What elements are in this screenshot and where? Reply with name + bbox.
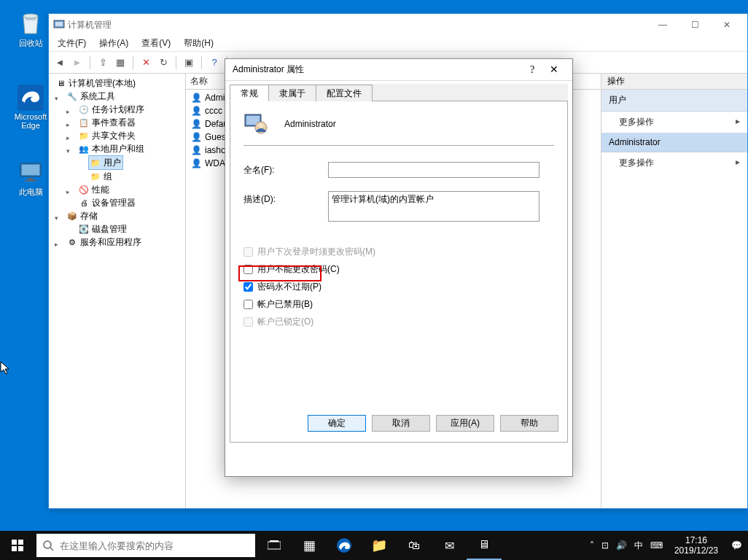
help-button[interactable]: ? <box>521 61 543 79</box>
taskbar-edge[interactable] <box>327 531 362 560</box>
tree-scheduler[interactable]: 🕒任务计划程序 <box>77 103 147 116</box>
svg-rect-3 <box>22 165 39 175</box>
dialog-title: Administrator 属性 <box>233 63 304 76</box>
search-input[interactable] <box>60 540 255 551</box>
checkbox-account-locked: 帐户已锁定(O) <box>244 316 554 328</box>
user-icon: 👤 <box>190 144 202 156</box>
users-icon: 👥 <box>79 144 89 154</box>
tree-localusers[interactable]: 👥本地用户和组 <box>77 142 147 155</box>
user-icon: 👤 <box>190 92 202 104</box>
svg-rect-13 <box>18 540 23 545</box>
checkbox-password-never-expires[interactable]: 密码永不过期(P) <box>244 281 554 293</box>
tree-perf[interactable]: 🚫性能 <box>77 183 112 196</box>
toolbar-delete[interactable]: ✕ <box>138 55 154 71</box>
desktop-recycle-bin[interactable]: 回收站 <box>10 10 51 49</box>
menu-action[interactable]: 操作(A) <box>93 36 134 51</box>
tab-profile[interactable]: 配置文件 <box>316 85 373 101</box>
actions-more[interactable]: 更多操作 ▸ <box>601 112 747 133</box>
tray-volume-icon[interactable]: 🔊 <box>616 540 627 551</box>
menu-view[interactable]: 查看(V) <box>136 36 176 51</box>
dialog-titlebar[interactable]: Administrator 属性 ? ✕ <box>225 59 572 81</box>
toolbar-refresh[interactable]: ↻ <box>155 55 171 71</box>
tree-devmgr[interactable]: 🖨设备管理器 <box>77 196 138 209</box>
svg-rect-1 <box>17 85 44 111</box>
cursor-icon <box>0 361 12 376</box>
taskbar-store[interactable]: 🛍 <box>397 531 432 560</box>
tray-notifications-icon[interactable]: 💬 <box>731 540 742 551</box>
tree-diskmgmt[interactable]: 💽磁盘管理 <box>77 222 129 236</box>
checkbox-cannot-change-password[interactable]: 用户不能更改密码(C) <box>244 263 554 276</box>
tree-sharedfolders[interactable]: 📁共享文件夹 <box>77 129 138 142</box>
checkbox-account-disabled[interactable]: 帐户已禁用(B) <box>244 298 554 311</box>
tree-eventviewer[interactable]: 📋事件查看器 <box>77 116 138 129</box>
expand-icon[interactable]: ▸ <box>66 185 74 192</box>
description-input[interactable]: 管理计算机(域)的内置帐户 <box>328 191 539 222</box>
taskbar-search[interactable] <box>36 534 255 557</box>
expand-icon[interactable]: ▸ <box>66 131 74 139</box>
toolbar-properties[interactable]: ▦ <box>112 55 128 71</box>
expand-icon[interactable]: ▾ <box>55 92 62 99</box>
maximize-button[interactable]: ☐ <box>679 14 711 36</box>
actions-more2[interactable]: 更多操作 ▸ <box>601 152 747 174</box>
tray-clock[interactable]: 17:16 2019/12/23 <box>674 535 718 556</box>
desktop-edge[interactable]: Microsoft Edge <box>10 85 51 130</box>
taskbar: ▦ 📁 🛍 ✉ 🖥 ˄ ⊡ 🔊 中 ⌨ 17:16 2019/12/23 💬 <box>0 531 748 560</box>
expand-icon[interactable]: ▸ <box>66 118 74 125</box>
tab-memberof[interactable]: 隶属于 <box>268 85 316 101</box>
tray-keyboard-icon[interactable]: ⌨ <box>650 540 663 551</box>
tree-users[interactable]: 📁用户 <box>88 155 123 170</box>
tree-root[interactable]: 🖥计算机管理(本地) <box>53 77 138 90</box>
toolbar-up[interactable]: ⇧ <box>95 55 111 71</box>
mmc-titlebar[interactable]: 计算机管理 — ☐ ✕ <box>49 14 747 36</box>
tree-pane[interactable]: 🖥计算机管理(本地) ▾ 🔧系统工具 ▸🕒任务计划程序 ▸📋事件查看器 ▸📁共享… <box>49 74 186 508</box>
tree-services[interactable]: ⚙服务和应用程序 <box>65 236 144 249</box>
close-button[interactable]: ✕ <box>711 14 743 36</box>
taskbar-explorer[interactable]: 📁 <box>362 531 397 560</box>
help-button[interactable]: 帮助 <box>500 415 558 432</box>
apply-button[interactable]: 应用(A) <box>436 415 494 432</box>
tray-network-icon[interactable]: ⊡ <box>601 540 609 551</box>
divider <box>244 145 554 146</box>
system-tray[interactable]: ˄ ⊡ 🔊 中 ⌨ 17:16 2019/12/23 💬 <box>584 535 748 556</box>
taskview-button[interactable] <box>257 531 292 560</box>
svg-rect-5 <box>25 180 36 182</box>
menu-file[interactable]: 文件(F) <box>52 36 92 51</box>
clock-icon: 🕒 <box>79 104 89 114</box>
tree-systools[interactable]: 🔧系统工具 <box>65 90 117 103</box>
tools-icon: 🔧 <box>67 91 77 101</box>
actions-section-admin: Administrator <box>601 133 747 152</box>
mmc-icon: 🖥 <box>478 538 490 551</box>
tree-groups[interactable]: 📁组 <box>88 170 114 183</box>
desktop-this-pc[interactable]: 此电脑 <box>10 159 51 198</box>
expand-icon[interactable]: ▸ <box>66 105 74 112</box>
taskbar-app[interactable]: ▦ <box>292 531 327 560</box>
expand-icon[interactable]: ▾ <box>66 144 74 152</box>
toolbar-export[interactable]: ▣ <box>181 55 197 71</box>
close-button[interactable]: ✕ <box>543 61 565 79</box>
start-button[interactable] <box>0 531 35 560</box>
expand-icon[interactable]: ▾ <box>55 211 62 219</box>
svg-point-0 <box>23 14 38 18</box>
user-icon: 👤 <box>190 105 202 117</box>
ok-button[interactable]: 确定 <box>308 415 366 432</box>
desktop-icon-label: Microsoft Edge <box>10 112 51 130</box>
menu-help[interactable]: 帮助(H) <box>178 36 219 51</box>
search-icon <box>36 540 60 551</box>
computer-node-icon: 🖥 <box>55 78 66 88</box>
taskbar-mmc-running[interactable]: 🖥 <box>467 531 502 560</box>
expand-icon[interactable]: ▸ <box>55 238 62 245</box>
taskbar-mail[interactable]: ✉ <box>432 531 467 560</box>
chevron-right-icon: ▸ <box>736 116 740 126</box>
cancel-button[interactable]: 取消 <box>372 415 430 432</box>
tray-ime[interactable]: 中 <box>634 540 643 552</box>
tab-general[interactable]: 常规 <box>230 85 269 101</box>
desktop-icon-label: 回收站 <box>19 38 43 49</box>
toolbar-back[interactable]: ◄ <box>52 55 68 71</box>
tree-storage[interactable]: 📦存储 <box>65 209 100 222</box>
toolbar-forward[interactable]: ► <box>69 55 85 71</box>
dialog-tabs: 常规 隶属于 配置文件 <box>230 84 568 101</box>
fullname-input[interactable] <box>328 162 539 178</box>
minimize-button[interactable]: — <box>647 14 679 36</box>
toolbar-help[interactable]: ? <box>206 55 222 71</box>
tray-chevron-up-icon[interactable]: ˄ <box>590 540 594 551</box>
